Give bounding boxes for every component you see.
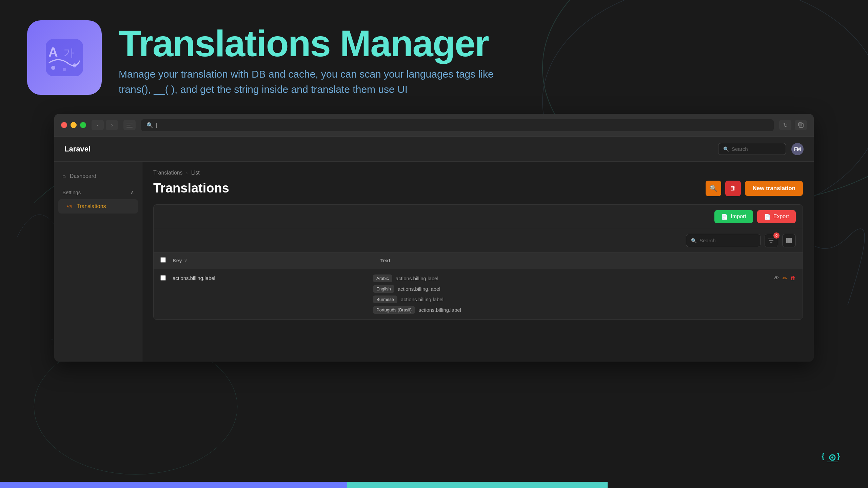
select-all-checkbox[interactable] xyxy=(160,257,166,263)
trash-icon: 🗑 xyxy=(730,185,736,192)
hero-subtitle: Manage your translation with DB and cach… xyxy=(119,66,526,97)
hero-title: Translations Manager xyxy=(119,24,526,63)
lang-badge-burmese: Burmese xyxy=(373,296,397,303)
svg-text:가: 가 xyxy=(63,47,74,59)
sort-icon[interactable]: ∨ xyxy=(184,258,187,263)
address-bar[interactable]: 🔍 | xyxy=(141,119,774,131)
app-header-right: 🔍 Search FM xyxy=(718,143,804,155)
translation-value-pt-brasil: actions.billing.label xyxy=(418,307,461,313)
nav-buttons: ‹ › xyxy=(92,120,118,130)
table-filters: 🔍 Search 0 xyxy=(154,229,803,252)
breadcrumb: Translations › List xyxy=(153,170,803,176)
search-action-button[interactable]: 🔍 xyxy=(706,181,721,196)
app-icon: A 가 xyxy=(27,20,102,95)
search-icon: 🔍 xyxy=(691,238,697,243)
svg-text:가: 가 xyxy=(69,204,72,208)
new-translation-button[interactable]: New translation xyxy=(745,181,803,196)
header-search-input[interactable]: 🔍 Search xyxy=(718,143,786,155)
sidebar-item-translations[interactable]: A 가 Translations xyxy=(58,199,138,214)
app-name: Laravel xyxy=(64,145,91,154)
chevron-forward-icon: › xyxy=(111,122,113,128)
bottom-bar-mid xyxy=(347,482,608,488)
table-toolbar: 📄 Import 📄 Export xyxy=(154,205,803,229)
lang-badge-english: English xyxy=(373,285,394,293)
page-content: Translations › List Translations 🔍 🗑 xyxy=(142,162,814,362)
import-button[interactable]: 📄 Import xyxy=(714,210,753,223)
sidebar-dashboard-label: Dashboard xyxy=(70,173,96,179)
search-icon: 🔍 xyxy=(723,146,729,152)
data-table: Key ∨ Text actions.billing.label xyxy=(154,252,803,320)
table-header: Key ∨ Text xyxy=(154,252,803,269)
svg-text:A: A xyxy=(67,204,69,208)
svg-rect-21 xyxy=(786,238,788,243)
close-button[interactable] xyxy=(61,122,67,128)
svg-text:A: A xyxy=(48,45,58,59)
search-icon: 🔍 xyxy=(146,122,153,128)
sidebar-section-settings: Settings ∧ xyxy=(54,184,142,198)
app-header: Laravel 🔍 Search FM xyxy=(54,137,814,162)
refresh-icon: ↻ xyxy=(783,122,788,128)
import-label: Import xyxy=(731,214,746,220)
table-search-placeholder: Search xyxy=(699,238,716,243)
chevron-up-icon: ∧ xyxy=(131,189,134,195)
svg-rect-14 xyxy=(798,123,802,126)
breadcrumb-separator: › xyxy=(186,170,188,176)
maximize-button[interactable] xyxy=(80,122,86,128)
svg-point-8 xyxy=(63,68,66,71)
translation-entry-burmese: Burmese actions.billing.label xyxy=(373,296,774,303)
browser-actions: ↻ xyxy=(779,120,807,130)
bottom-bar-right xyxy=(608,482,868,488)
settings-label: Settings xyxy=(62,189,81,195)
sidebar-translations-label: Translations xyxy=(77,203,106,209)
import-file-icon: 📄 xyxy=(721,214,728,220)
svg-rect-11 xyxy=(126,125,131,125)
row-actions: 👁 ✏ 🗑 xyxy=(774,274,796,282)
delete-row-button[interactable]: 🗑 xyxy=(790,275,796,281)
search-placeholder: Search xyxy=(732,146,748,152)
lang-badge-pt-brasil: Português (Brasil) xyxy=(373,306,415,314)
table-row: actions.billing.label Arabic actions.bil… xyxy=(154,269,803,320)
search-icon: 🔍 xyxy=(710,185,717,192)
refresh-button[interactable]: ↻ xyxy=(779,120,791,130)
browser-window: ‹ › 🔍 | ↻ xyxy=(54,114,814,362)
svg-rect-22 xyxy=(788,238,790,243)
hero-text: Translations Manager Manage your transla… xyxy=(119,20,526,97)
svg-text:}: } xyxy=(837,452,840,460)
main-content: ⌂ Dashboard Settings ∧ A 가 Translations xyxy=(54,162,814,362)
bottom-bar-left xyxy=(0,482,347,488)
th-text: Text xyxy=(380,258,796,263)
delete-action-button[interactable]: 🗑 xyxy=(725,181,741,196)
app-layout: Laravel 🔍 Search FM ⌂ Dashboard Settings xyxy=(54,137,814,362)
filter-button[interactable]: 0 xyxy=(765,234,778,247)
row-checkbox[interactable] xyxy=(160,275,166,281)
translation-entry-pt-brasil: Português (Brasil) actions.billing.label xyxy=(373,306,774,314)
sidebar-item-dashboard[interactable]: ⌂ Dashboard xyxy=(54,168,142,184)
forward-button[interactable]: › xyxy=(106,120,118,130)
page-title-row: Translations 🔍 🗑 New translation xyxy=(153,181,803,196)
page-title: Translations xyxy=(153,181,229,196)
user-avatar[interactable]: FM xyxy=(791,143,804,155)
view-row-button[interactable]: 👁 xyxy=(774,275,779,281)
address-cursor: | xyxy=(156,122,157,128)
edit-row-button[interactable]: ✏ xyxy=(783,275,787,282)
table-search-input[interactable]: 🔍 Search xyxy=(686,234,761,247)
back-button[interactable]: ‹ xyxy=(92,120,104,130)
translation-entry-arabic: Arabic actions.billing.label xyxy=(373,274,774,282)
svg-rect-10 xyxy=(126,123,133,123)
td-text: Arabic actions.billing.label English act… xyxy=(373,274,774,314)
bottom-right-widget: { } xyxy=(817,444,848,474)
minimize-button[interactable] xyxy=(71,122,77,128)
sidebar-toggle-button[interactable] xyxy=(123,120,136,130)
export-button[interactable]: 📄 Export xyxy=(757,210,796,223)
col-key-label: Key xyxy=(173,258,182,263)
td-key: actions.billing.label xyxy=(173,274,373,281)
chevron-back-icon: ‹ xyxy=(97,122,99,128)
traffic-lights xyxy=(61,122,86,128)
translation-value-burmese: actions.billing.label xyxy=(401,297,443,302)
svg-rect-23 xyxy=(790,238,792,243)
bottom-bar xyxy=(0,482,868,488)
columns-button[interactable] xyxy=(782,234,796,247)
translation-value-arabic: actions.billing.label xyxy=(396,276,438,281)
breadcrumb-current: List xyxy=(191,170,200,176)
copy-button[interactable] xyxy=(795,120,807,130)
